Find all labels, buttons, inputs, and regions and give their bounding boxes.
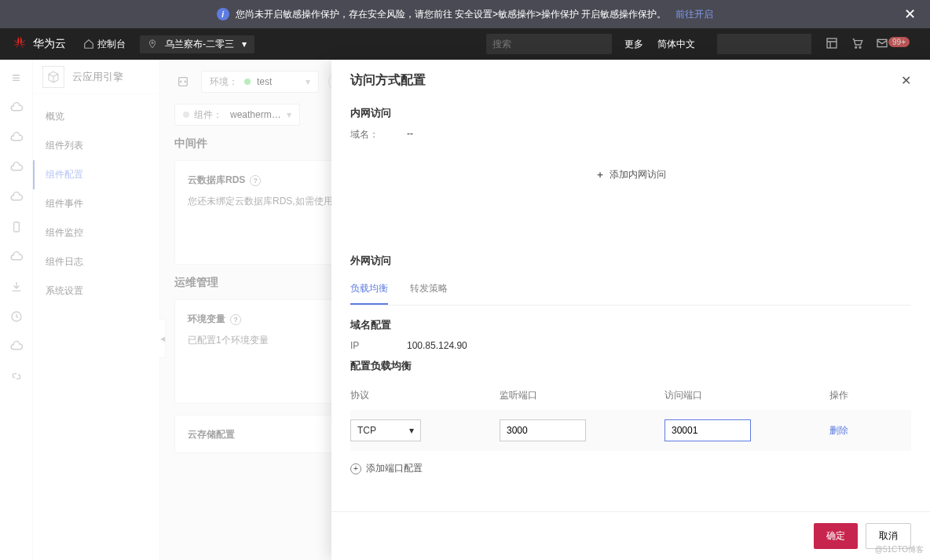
envvar-title: 环境变量: [188, 313, 225, 326]
region-label: 乌兰察布-二零三: [165, 38, 234, 51]
search-input[interactable]: [492, 38, 610, 49]
extranet-tabs: 负载均衡 转发策略: [350, 276, 911, 306]
port-table-row: TCP▾ 删除: [350, 410, 911, 451]
add-intranet-button[interactable]: ＋添加内网访问: [350, 149, 911, 200]
domain-value: --: [407, 128, 413, 141]
comp-label: 组件：: [194, 108, 222, 122]
rail-link-icon[interactable]: [9, 369, 24, 383]
status-dot-icon: [244, 79, 251, 85]
env-label: 环境：: [210, 75, 238, 89]
cart-icon[interactable]: [851, 37, 863, 52]
nav-component-event[interactable]: 组件事件: [33, 189, 159, 218]
listen-port-input[interactable]: [500, 419, 586, 441]
col-protocol: 协议: [350, 389, 500, 402]
rail-cloud-4-icon[interactable]: [9, 190, 24, 204]
component-selector[interactable]: 组件： weathermapweb / v ▾: [174, 104, 300, 126]
add-port-label: 添加端口配置: [366, 462, 423, 475]
mail-badge: 99+: [888, 37, 910, 47]
env-selector[interactable]: 环境： test ▾: [201, 71, 319, 93]
add-intranet-label: 添加内网访问: [610, 169, 666, 180]
ip-label: IP: [350, 340, 382, 351]
tab-forward-policy[interactable]: 转发策略: [410, 276, 448, 305]
comp-status-icon: [183, 112, 189, 118]
brand-logo[interactable]: 华为云: [11, 35, 66, 53]
delete-row-link[interactable]: 删除: [829, 425, 848, 436]
side-nav-title: 云应用引擎: [72, 70, 123, 84]
rail-cloud-5-icon[interactable]: [9, 250, 24, 264]
svg-point-3: [855, 46, 857, 48]
help-icon[interactable]: ?: [230, 314, 241, 325]
side-nav-header: 云应用引擎: [33, 60, 159, 94]
storage-title: 云存储配置: [188, 428, 235, 441]
rail-device-icon[interactable]: [9, 220, 24, 234]
extranet-section-title: 外网访问: [350, 254, 911, 268]
rail-clock-icon[interactable]: [9, 309, 24, 324]
svg-point-0: [152, 42, 153, 44]
home-icon: [83, 38, 94, 49]
info-icon: i: [217, 8, 229, 20]
drawer-footer: 确定 取消: [331, 511, 930, 560]
caret-down-icon: ▾: [242, 38, 247, 49]
rail-download-icon[interactable]: [9, 280, 24, 294]
drawer-title: 访问方式配置: [350, 72, 426, 89]
region-selector[interactable]: 乌兰察布-二零三 ▾: [140, 35, 254, 53]
domain-cfg-title: 域名配置: [350, 318, 911, 332]
comp-value: weathermapweb / v: [230, 109, 282, 120]
confirm-button[interactable]: 确定: [814, 523, 858, 549]
circle-plus-icon: +: [350, 463, 361, 474]
svg-rect-6: [13, 222, 19, 232]
left-rail: ≡: [0, 60, 33, 560]
banner-text: 您尚未开启敏感操作保护，存在安全风险，请您前往 安全设置>敏感操作>操作保护 开…: [236, 8, 667, 21]
svg-rect-2: [827, 38, 837, 48]
rds-title: 云数据库RDS: [188, 174, 245, 187]
nav-system-settings[interactable]: 系统设置: [33, 276, 159, 306]
svg-point-4: [859, 46, 861, 48]
rail-cloud-6-icon[interactable]: [9, 339, 24, 353]
rail-cloud-2-icon[interactable]: [9, 130, 24, 145]
brand-text: 华为云: [33, 37, 66, 51]
module-icon: [42, 66, 64, 88]
add-port-button[interactable]: + 添加端口配置: [350, 462, 911, 475]
col-listen: 监听端口: [500, 389, 665, 402]
rail-cloud-1-icon[interactable]: [9, 101, 24, 115]
caret-down-icon: ▾: [306, 76, 310, 87]
nav-component-config[interactable]: 组件配置: [33, 160, 159, 189]
ip-value: 100.85.124.90: [407, 340, 467, 351]
nav-component-monitor[interactable]: 组件监控: [33, 218, 159, 247]
huawei-logo-icon: [11, 35, 28, 53]
protocol-select[interactable]: TCP▾: [350, 419, 421, 441]
env-name: test: [257, 76, 299, 87]
access-port-input[interactable]: [665, 419, 751, 441]
col-access: 访问端口: [665, 389, 829, 402]
nav-component-list[interactable]: 组件列表: [33, 131, 159, 160]
help-icon[interactable]: ?: [250, 175, 261, 186]
col-action: 操作: [829, 389, 900, 402]
domain-label: 域名：: [350, 128, 382, 141]
menu-icon[interactable]: ≡: [9, 71, 24, 85]
layout-icon[interactable]: [826, 37, 838, 52]
lb-cfg-title: 配置负载均衡: [350, 359, 911, 373]
console-link[interactable]: 控制台: [83, 38, 126, 51]
side-nav: 云应用引擎 概览 组件列表 组件配置 组件事件 组件监控 组件日志 系统设置 ◀: [33, 60, 160, 560]
pin-icon: [148, 39, 157, 49]
env-switch-icon[interactable]: [174, 73, 192, 90]
notice-banner: i 您尚未开启敏感操作保护，存在安全风险，请您前往 安全设置>敏感操作>操作保护…: [0, 0, 930, 28]
user-area[interactable]: [717, 34, 811, 54]
port-table-header: 协议 监听端口 访问端口 操作: [350, 381, 911, 410]
nav-overview[interactable]: 概览: [33, 102, 159, 131]
rail-cloud-3-icon[interactable]: [9, 160, 24, 174]
access-config-drawer: 访问方式配置 ✕ 内网访问 域名： -- ＋添加内网访问 外网访问 负载均衡 转…: [331, 60, 930, 560]
caret-down-icon: ▾: [287, 109, 291, 120]
nav-component-log[interactable]: 组件日志: [33, 247, 159, 276]
banner-link[interactable]: 前往开启: [676, 8, 713, 21]
more-link[interactable]: 更多: [624, 38, 643, 51]
protocol-value: TCP: [357, 425, 376, 436]
tab-load-balance[interactable]: 负载均衡: [350, 276, 388, 305]
banner-close-icon[interactable]: ✕: [904, 5, 916, 23]
intranet-section-title: 内网访问: [350, 106, 911, 120]
mail-icon[interactable]: 99+: [876, 37, 913, 52]
global-search[interactable]: [486, 34, 612, 54]
lang-switch[interactable]: 简体中文: [657, 38, 695, 51]
drawer-close-icon[interactable]: ✕: [901, 73, 911, 88]
watermark: @51CTO博客: [875, 544, 924, 555]
